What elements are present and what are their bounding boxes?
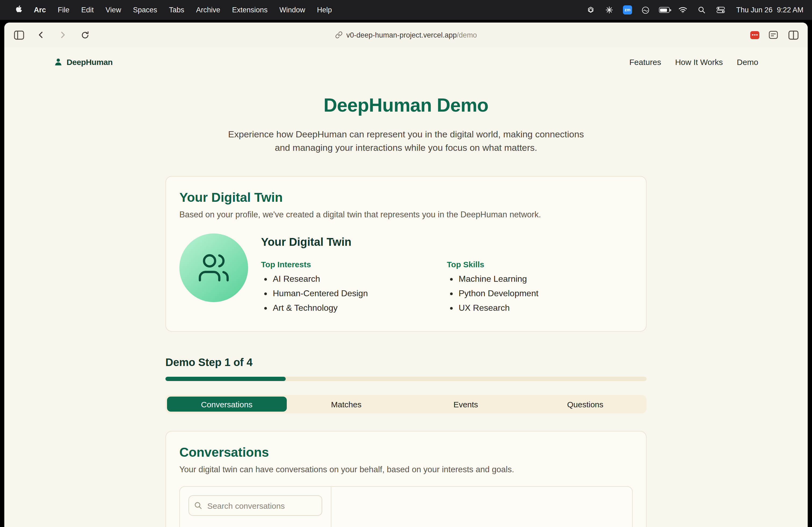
tab-events[interactable]: Events [406,396,525,412]
menu-app-name[interactable]: Arc [28,6,52,14]
demo-progress: Demo Step 1 of 4 [165,356,647,381]
forward-icon[interactable] [57,29,69,41]
control-center-icon[interactable] [715,4,726,15]
interests-column: Top Interests AI Research Human-Centered… [261,260,447,318]
twin-avatar [179,234,248,302]
macos-menubar: Arc File Edit View Spaces Tabs Archive E… [0,0,812,20]
skills-list: Machine Learning Python Development UX R… [447,274,633,313]
back-icon[interactable] [35,29,47,41]
browser-toolbar: v0-deep-human-project.vercel.app/demo [4,22,808,47]
search-input[interactable] [188,495,322,516]
brand-name: DeepHuman [67,57,113,66]
nav-features[interactable]: Features [629,57,661,66]
twin-info: Your Digital Twin Top Interests AI Resea… [261,234,633,318]
nav-how-it-works[interactable]: How It Works [675,57,723,66]
main-content: DeepHuman Demo Experience how DeepHuman … [165,94,647,527]
menu-help[interactable]: Help [311,6,338,14]
starburst-icon[interactable] [604,4,615,15]
search-box [188,495,322,516]
demo-step-label: Demo Step 1 of 4 [165,356,647,369]
address-bar[interactable]: v0-deep-human-project.vercel.app/demo [4,22,808,47]
hero: DeepHuman Demo Experience how DeepHuman … [165,94,647,154]
menu-edit[interactable]: Edit [75,6,100,14]
wifi-icon[interactable] [678,4,688,15]
battery-icon[interactable] [659,4,670,15]
wave-app-icon[interactable] [640,4,651,15]
demo-progress-fill [165,377,286,381]
spotlight-search-icon[interactable] [697,4,707,15]
link-icon [335,31,343,39]
skill-item: UX Research [459,303,633,313]
skills-column: Top Skills Machine Learning Python Devel… [447,260,633,318]
menu-file[interactable]: File [52,6,75,14]
conversations-panel: Alex's Twin 2 days ago I'll definitely i… [179,486,633,527]
conversations-description: Your digital twin can have conversations… [179,465,633,475]
search-icon [194,501,202,510]
interest-item: Human-Centered Design [273,289,447,298]
site-header: DeepHuman Features How It Works Demo [4,47,808,76]
skill-item: Machine Learning [459,274,633,284]
apple-menu[interactable] [9,5,28,15]
menubar-date: Thu Jun 26 [736,6,772,14]
demo-progress-track [165,377,647,381]
apple-logo-icon [14,5,22,15]
extension-blocker-icon[interactable] [750,31,759,39]
page-title: DeepHuman Demo [165,94,647,116]
reload-icon[interactable] [79,29,91,41]
browser-window: v0-deep-human-project.vercel.app/demo [4,22,808,527]
menubar-clock[interactable]: Thu Jun 26 9:22 AM [734,6,803,14]
boost-sliders-icon[interactable] [767,29,779,41]
menu-archive[interactable]: Archive [190,6,226,14]
menubar-menus: Arc File Edit View Spaces Tabs Archive E… [9,5,338,15]
twin-card-description: Based on your profile, we've created a d… [179,210,633,220]
twin-inner-title: Your Digital Twin [261,236,633,249]
sidebar-toggle-icon[interactable] [13,29,25,41]
digital-twin-card: Your Digital Twin Based on your profile,… [165,176,647,332]
demo-tabs: Conversations Matches Events Questions [165,395,647,413]
menubar-time: 9:22 AM [777,6,803,14]
conversations-title: Conversations [179,445,633,460]
url-path: /demo [457,31,477,39]
zoom-app-badge[interactable]: zm [623,5,632,15]
interest-item: AI Research [273,274,447,284]
menu-extensions[interactable]: Extensions [226,6,273,14]
menu-window[interactable]: Window [273,6,311,14]
chatgpt-icon[interactable] [585,4,596,15]
interests-label: Top Interests [261,260,447,269]
person-icon [54,57,63,66]
skills-label: Top Skills [447,260,633,269]
menu-view[interactable]: View [100,6,127,14]
menu-spaces[interactable]: Spaces [127,6,163,14]
page-subtitle: Experience how DeepHuman can represent y… [165,128,647,154]
site-nav: Features How It Works Demo [629,57,758,66]
tab-conversations[interactable]: Conversations [167,396,287,412]
conversations-card: Conversations Your digital twin can have… [165,431,647,527]
interest-item: Art & Technology [273,303,447,313]
twin-columns: Top Interests AI Research Human-Centered… [261,260,633,318]
conversations-list-pane: Alex's Twin 2 days ago I'll definitely i… [180,487,331,527]
interests-list: AI Research Human-Centered Design Art & … [261,274,447,313]
twin-profile: Your Digital Twin Top Interests AI Resea… [179,234,633,318]
url-text: v0-deep-human-project.vercel.app/demo [346,31,477,39]
url-host: v0-deep-human-project.vercel.app [346,31,457,39]
skill-item: Python Development [459,289,633,298]
tab-questions[interactable]: Questions [525,396,645,412]
toolbar-right [750,29,799,41]
conversation-detail-pane [331,487,632,527]
screen: Arc File Edit View Spaces Tabs Archive E… [0,0,812,527]
brand-logo[interactable]: DeepHuman [54,57,113,66]
nav-demo[interactable]: Demo [737,57,758,66]
toolbar-left [13,29,91,41]
users-icon [197,251,230,284]
tab-matches[interactable]: Matches [287,396,406,412]
split-view-icon[interactable] [787,29,799,41]
twin-card-title: Your Digital Twin [179,190,633,205]
menu-tabs[interactable]: Tabs [163,6,190,14]
webpage: DeepHuman Features How It Works Demo Dee… [4,47,808,527]
menubar-status-area: zm Thu Jun 26 9:22 AM [585,4,803,15]
